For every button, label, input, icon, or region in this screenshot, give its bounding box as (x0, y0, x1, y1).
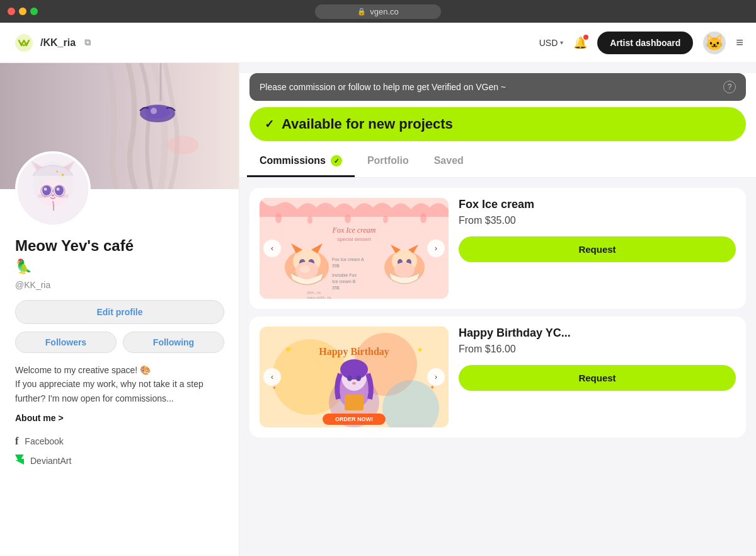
fullscreen-dot[interactable] (30, 8, 38, 15)
window-controls (8, 8, 38, 15)
tab-saved[interactable]: Saved (421, 146, 476, 177)
currency-selector[interactable]: USD ▾ (539, 38, 564, 48)
menu-icon[interactable]: ≡ (736, 35, 743, 50)
commission-card-fox: Fox Ice cream special dessert (249, 188, 746, 309)
commission-image-fox: Fox Ice cream special dessert (260, 198, 449, 299)
commissions-badge: ✓ (331, 155, 342, 166)
left-sidebar: ★ ★ (0, 63, 239, 556)
svg-text:ORDER NOW!: ORDER NOW! (335, 416, 373, 422)
svg-point-4 (167, 136, 198, 154)
svg-text:★: ★ (417, 346, 423, 353)
cat-avatar-art: ★ ★ (18, 154, 88, 224)
user-avatar[interactable]: 🐱 (703, 32, 726, 54)
svg-text:vgen.co/kk_ria: vgen.co/kk_ria (307, 296, 331, 299)
svg-point-14 (44, 188, 47, 191)
fox-card-art: Fox Ice cream special dessert (260, 198, 449, 299)
commissions-area: Fox Ice cream special dessert (239, 178, 756, 448)
right-panel: Please commission or follow to help me g… (239, 63, 756, 556)
svg-text:Happy Birthday: Happy Birthday (319, 346, 389, 357)
svg-point-42 (300, 265, 310, 273)
svg-text:★: ★ (60, 172, 65, 178)
svg-point-31 (420, 213, 427, 223)
svg-text:Fox Ice cream A: Fox Ice cream A (332, 257, 364, 262)
edit-profile-button[interactable]: Edit profile (15, 300, 224, 324)
currency-label: USD (539, 38, 558, 48)
available-text: Available for new projects (282, 116, 453, 132)
bio-text: Welcome to my creative space! 🎨If you ap… (15, 363, 224, 405)
svg-point-29 (345, 214, 351, 223)
top-nav: /KK_ria ⧉ USD ▾ 🔔 Artist dashboard 🐱 ≡ (0, 23, 756, 63)
svg-point-27 (275, 213, 282, 223)
card-price-birthday: From $16.00 (459, 344, 736, 355)
facebook-label: Facebook (25, 436, 63, 446)
card-nav-right-fox[interactable]: › (427, 240, 445, 257)
svg-point-54 (394, 262, 415, 277)
verified-badge: 🦜 (15, 258, 224, 275)
svg-point-71 (356, 376, 361, 381)
logo-text: /KK_ria (40, 37, 76, 49)
following-button[interactable]: Following (123, 332, 224, 353)
url-text: vgen.co (370, 7, 399, 16)
svg-text:@kk_ria: @kk_ria (307, 291, 321, 294)
svg-text:★: ★ (285, 345, 292, 354)
artist-dashboard-button[interactable]: Artist dashboard (597, 32, 693, 54)
svg-point-28 (307, 216, 312, 224)
card-nav-left-birthday[interactable]: ‹ (263, 368, 281, 386)
right-top-section: Please commission or follow to help me g… (239, 73, 756, 178)
browser-bar: 🔒 vgen.co (0, 0, 756, 23)
svg-point-13 (55, 185, 64, 195)
about-me-label: About me (15, 413, 56, 423)
help-icon[interactable]: ? (723, 81, 736, 93)
chevron-down-icon: ▾ (560, 39, 563, 46)
copy-icon[interactable]: ⧉ (84, 37, 91, 48)
notification-banner: Please commission or follow to help me g… (249, 73, 746, 101)
card-nav-left-fox[interactable]: ‹ (263, 240, 281, 257)
commissions-check-icon: ✓ (334, 158, 339, 165)
tabs-row: Commissions ✓ Portfolio Saved (239, 146, 756, 178)
card-title-fox: Fox Ice cream (459, 198, 736, 211)
commission-card-birthday: Happy Birthday ★ ★ ✦ ✦ (249, 316, 746, 437)
request-button-birthday[interactable]: Request (459, 365, 736, 391)
svg-text:35$: 35$ (332, 286, 340, 290)
svg-text:Ice cream B: Ice cream B (332, 279, 356, 284)
checkmark-icon: ✓ (265, 117, 274, 131)
svg-point-16 (52, 195, 54, 197)
birthday-card-art: Happy Birthday ★ ★ ✦ ✦ (260, 327, 449, 427)
facebook-link[interactable]: f Facebook (15, 436, 224, 447)
notification-dot (583, 35, 588, 40)
card-price-fox: From $35.00 (459, 215, 736, 226)
svg-text:Invisible Fox: Invisible Fox (332, 273, 357, 277)
followers-button[interactable]: Followers (15, 332, 117, 353)
close-dot[interactable] (8, 8, 15, 15)
card-title-birthday: Happy Birthday YC... (459, 327, 736, 340)
tab-portfolio[interactable]: Portfolio (355, 146, 421, 177)
deviantart-link[interactable]: DeviantArt (15, 455, 224, 467)
svg-text:Fox Ice cream: Fox Ice cream (332, 226, 376, 235)
nav-logo[interactable]: /KK_ria ⧉ (13, 32, 91, 54)
about-me-link[interactable]: About me > (15, 413, 224, 423)
social-links: f Facebook DeviantArt (15, 436, 224, 467)
svg-text:39$: 39$ (332, 264, 340, 268)
tab-commissions[interactable]: Commissions ✓ (247, 146, 355, 177)
tab-portfolio-label: Portfolio (367, 155, 409, 166)
about-me-arrow: > (59, 413, 64, 423)
url-bar[interactable]: 🔒 vgen.co (315, 4, 441, 19)
tab-commissions-label: Commissions (260, 155, 326, 166)
svg-rect-73 (345, 395, 364, 410)
svg-point-30 (383, 216, 388, 223)
profile-avatar: ★ ★ (15, 151, 91, 227)
available-banner: ✓ Available for new projects (249, 107, 746, 141)
tab-saved-label: Saved (434, 155, 464, 166)
deviantart-icon (15, 455, 24, 467)
notification-text: Please commission or follow to help me g… (260, 82, 506, 92)
svg-point-3 (151, 108, 157, 114)
request-button-fox[interactable]: Request (459, 236, 736, 262)
vgen-logo-icon (13, 32, 35, 54)
notification-button[interactable]: 🔔 (573, 36, 587, 50)
commission-image-birthday: Happy Birthday ★ ★ ✦ ✦ (260, 327, 449, 427)
nav-right: USD ▾ 🔔 Artist dashboard 🐱 ≡ (539, 32, 743, 54)
card-nav-right-birthday[interactable]: › (427, 368, 445, 386)
minimize-dot[interactable] (19, 8, 26, 15)
lock-icon: 🔒 (357, 8, 366, 16)
svg-point-70 (347, 376, 352, 381)
